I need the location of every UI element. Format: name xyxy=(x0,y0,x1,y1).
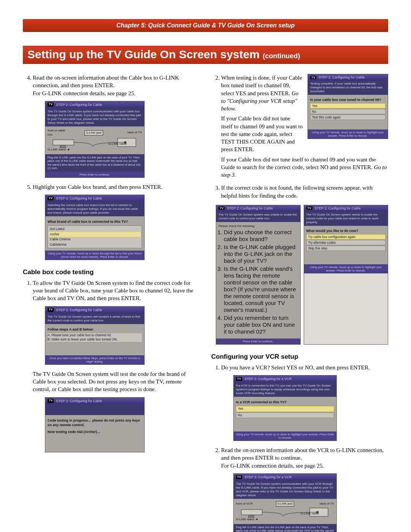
ui-body: Follow steps A and B below: A. Please tu… xyxy=(45,324,144,355)
ui-step2-follow-ab: TV STEP 2: Configuring for Cable The TV … xyxy=(45,306,145,365)
ui-step2-what-now: TV STEP 2: Configuring for Cable The TV … xyxy=(304,205,389,345)
ts-item: Is the G-LINK cable plugged into the G-L… xyxy=(224,244,298,264)
left-steps-4-5: Read the on-screen information about the… xyxy=(23,74,200,260)
ui-body: Code testing in progress… please do not … xyxy=(45,415,144,452)
chapter-header-band: Chapter 5: Quick Connect Guide & TV Guid… xyxy=(23,19,388,32)
ui-top-message: The TV Guide On Screen system was unable… xyxy=(216,211,300,222)
ui-diagram-body: front of VCR G-LINK jack back of TV xyxy=(234,499,336,524)
testing-paragraph: The TV Guide On Screen system will test … xyxy=(33,370,200,393)
tv-logo-icon: TV xyxy=(236,377,242,381)
result-option-yes: Yes xyxy=(310,103,386,109)
diag-label-wand: G-LINK wand xyxy=(48,148,66,151)
whatnow-opt: Try alternate codes xyxy=(306,240,386,245)
ui-titlebar: TV STEP 2: Configuring for Cable xyxy=(45,398,144,404)
diag-label-front: front of VCR xyxy=(236,502,259,506)
ui-title-text: STEP 2: Configuring for Cable xyxy=(56,399,102,403)
follow-step-b: B. Make sure to leave your cable box tur… xyxy=(48,337,142,342)
ui-step2-brand-list: TV STEP 2: Configuring for Cable Selecti… xyxy=(45,195,145,260)
svg-rect-4 xyxy=(241,510,262,515)
svg-rect-0 xyxy=(53,140,74,145)
ui-footer: Press Enter to continue. xyxy=(45,172,144,177)
ts-item: Did you choose the correct cable box bra… xyxy=(224,229,298,243)
right-step-3: If the correct code is not found, the fo… xyxy=(221,184,388,200)
follow-step-a: A. Please tune your cable box to channel… xyxy=(48,333,142,337)
ui-top-message: Testing complete. If your cable box auto… xyxy=(308,80,388,95)
ui-titlebar: TV STEP 2: Configuring for Cable xyxy=(216,205,300,211)
step-5: Highlight your Cable box brand, and then… xyxy=(33,183,200,260)
ui-footer: Press Enter to continue. xyxy=(216,339,300,344)
brand-option: Cable Cinema xyxy=(49,237,141,242)
ui-title-text: STEP 2: Configuring for Cable xyxy=(315,206,361,210)
whatnow-opt: Try cable box configuration again xyxy=(306,234,386,240)
vcr-step1-text: Do you have a VCR? Select YES or NO, and… xyxy=(221,364,370,371)
ui-footer: Using your TV remote, move up or down to… xyxy=(308,129,388,139)
right-column: TV STEP 2: Configuring for Cable Testing… xyxy=(211,74,388,532)
vcr-opt-yes: Yes xyxy=(236,406,334,412)
whatnow-opt: Skip this step xyxy=(306,246,386,251)
vcr-step-2: Read the on-screen information about the… xyxy=(221,446,388,532)
ui-top-message: If a VCR is connected to this TV, you ca… xyxy=(234,382,336,397)
ui-top-message: The TV Guide On Screen system communicat… xyxy=(234,481,336,499)
ui-step2-glink-diagram: TV STEP 2: Configuring for Cable The TV … xyxy=(45,101,145,178)
tv-logo-icon: TV xyxy=(48,399,54,403)
ui-diagram-body: front of cable box G-LINK jack back of T… xyxy=(45,126,144,154)
cable-test-step1-text: To allow the TV Guide On Screen system t… xyxy=(33,280,193,302)
ui-top-message: The TV Guide On Screen system needs to l… xyxy=(304,211,388,226)
diag-label-cable: G-LINK cable xyxy=(108,142,127,145)
ui-step2-testing-progress: TV STEP 2: Configuring for Cable Code te… xyxy=(45,397,145,452)
ui-top-message: The TV Guide On Screen system will condu… xyxy=(45,313,144,324)
diag-label-back: back of TV xyxy=(121,131,142,135)
ui-title-text: STEP 2: Configuring for Cable xyxy=(56,196,102,201)
diag-label-jack: G-LINK jack xyxy=(276,501,294,506)
ui-titlebar: TV STEP 2: Configuring for Cable xyxy=(45,195,144,202)
ui-title-text: STEP 3: Configuring for a VCR xyxy=(244,377,292,381)
ui-title-text: STEP 2: Configuring for Cable xyxy=(227,206,273,210)
ui-subhead: Follow steps A and B below: xyxy=(48,327,142,332)
section-configuring-vcr: Configuring your VCR setup xyxy=(211,353,388,361)
tv-logo-icon: TV xyxy=(48,197,54,201)
tv-logo-icon: TV xyxy=(48,102,54,107)
tv-logo-icon: TV xyxy=(236,475,242,479)
brand-option: Not Listed xyxy=(49,227,141,232)
ui-body: Is your cable box now tuned to channel 0… xyxy=(308,95,388,129)
ui-footer: Using your TV remote, move up or down to… xyxy=(304,264,388,273)
tv-logo-icon: TV xyxy=(48,308,54,312)
ui-body: Please check the following: Did you choo… xyxy=(216,222,300,339)
vcr-step-1: Do you have a VCR? Select YES or NO, and… xyxy=(221,364,388,441)
ts-item: Is the G-LINK cable wand's lens facing t… xyxy=(224,265,298,313)
ui-step2-unable: TV STEP 2: Configuring for Cable The TV … xyxy=(216,205,301,345)
ui-footer: Using your TV remote, move up or down th… xyxy=(45,251,144,260)
ui-diagram-note: Plug the G-LINK cable into the G-LINK ja… xyxy=(45,154,144,172)
ui-top-message: The TV Guide On Screen system communicat… xyxy=(45,108,144,126)
ui-title-text: STEP 2: Configuring for Cable xyxy=(56,308,102,312)
ui-body: Is a VCR connected to this TV? Yes No xyxy=(234,397,336,431)
cable-test-steps: To allow the TV Guide On Screen system t… xyxy=(23,279,200,452)
step-4-sub: For G-LINK connection details, see page … xyxy=(33,90,135,96)
tv-logo-icon: TV xyxy=(218,206,225,210)
step2-text-a: When testing is done, if your Cable box … xyxy=(221,75,302,96)
ui-body: What brand of cable box is connected to … xyxy=(45,216,144,251)
page: Chapter 5: Quick Connect Guide & TV Guid… xyxy=(23,0,388,532)
ui-please-check: Please check the following: xyxy=(218,224,298,228)
step-4: Read the on-screen information about the… xyxy=(33,74,200,178)
ui-question: What brand of cable box is connected to … xyxy=(48,219,142,224)
ui-title-text: STEP 3: Configuring for a VCR xyxy=(244,475,292,479)
cable-test-step-1: To allow the TV Guide On Screen system t… xyxy=(33,279,200,452)
step-4-text: Read the on-screen information about the… xyxy=(33,75,179,88)
section-cable-box-testing: Cable box code testing xyxy=(23,268,200,276)
page-title: Setting up the TV Guide On Screen system… xyxy=(23,46,388,64)
ui-diagram-note: Plug the G-LINK cable into the G-LINK ja… xyxy=(234,524,336,532)
troubleshoot-list: Did you choose the correct cable box bra… xyxy=(224,229,298,335)
vcr-opt-no: No xyxy=(236,412,334,418)
ts-item: Did you remember to turn your cable box … xyxy=(224,315,298,335)
diag-label-jack: G-LINK jack xyxy=(84,130,103,136)
brand-option: Cabletenna xyxy=(49,242,141,247)
tv-logo-icon: TV xyxy=(306,206,312,210)
progress-line-1: Code testing in progress… please do not … xyxy=(48,418,142,427)
ui-footer: Once you have completed these steps, pre… xyxy=(45,355,144,364)
ui-titlebar: TV STEP 2: Configuring for Cable xyxy=(308,74,388,80)
diag-label-back: back of TV xyxy=(311,502,334,506)
ui-question: What would you like to do now? xyxy=(306,229,386,233)
result-option-no: No xyxy=(310,109,386,114)
ui-question: Is your cable box now tuned to channel 0… xyxy=(310,98,386,102)
